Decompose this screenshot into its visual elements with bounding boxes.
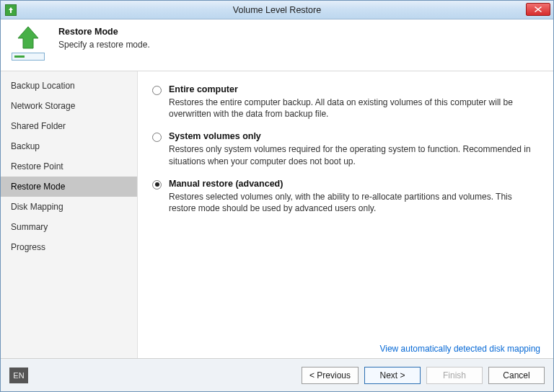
language-indicator[interactable]: EN [9,368,28,383]
option-entire-computer[interactable]: Entire computer Restores the entire comp… [152,84,539,120]
radio-system-volumes[interactable] [152,133,162,142]
titlebar: Volume Level Restore [1,1,553,19]
main-panel: Entire computer Restores the entire comp… [138,71,553,358]
cancel-button[interactable]: Cancel [488,367,545,384]
header-icon [6,24,50,61]
view-disk-mapping-link[interactable]: View automatically detected disk mapping [379,344,540,354]
window-title: Volume Level Restore [1,5,553,15]
option-title: Manual restore (advanced) [169,179,539,189]
option-manual-restore[interactable]: Manual restore (advanced) Restores selec… [152,179,539,214]
sidebar-item-restore-point[interactable]: Restore Point [1,156,137,177]
sidebar-item-progress[interactable]: Progress [1,237,137,257]
wizard-body: Backup Location Network Storage Shared F… [1,71,553,358]
close-button[interactable] [526,3,550,16]
footer: EN < Previous Next > Finish Cancel [1,358,553,391]
sidebar: Backup Location Network Storage Shared F… [1,71,138,358]
header-subtitle: Specify a restore mode. [58,40,150,50]
next-button[interactable]: Next > [364,367,421,384]
option-desc: Restores the entire computer backup. All… [169,97,539,120]
restore-arrow-icon [14,25,43,50]
option-title: Entire computer [169,84,539,94]
option-desc: Restores selected volumes only, with the… [169,191,539,214]
previous-button[interactable]: < Previous [302,367,359,384]
option-system-volumes[interactable]: System volumes only Restores only system… [152,131,539,166]
finish-button: Finish [426,367,483,384]
wizard-header: Restore Mode Specify a restore mode. [1,19,553,71]
close-icon [535,6,542,12]
sidebar-item-backup-location[interactable]: Backup Location [1,76,137,96]
sidebar-item-shared-folder[interactable]: Shared Folder [1,116,137,136]
option-title: System volumes only [169,131,539,141]
window: Volume Level Restore Restore Mode Specif… [0,0,554,392]
sidebar-item-network-storage[interactable]: Network Storage [1,96,137,116]
disk-bar-icon [12,53,45,61]
sidebar-item-backup[interactable]: Backup [1,136,137,156]
radio-entire-computer[interactable] [152,86,162,95]
option-desc: Restores only system volumes required fo… [169,143,539,166]
radio-manual-restore[interactable] [152,180,162,190]
sidebar-item-restore-mode[interactable]: Restore Mode [1,177,137,197]
sidebar-item-disk-mapping[interactable]: Disk Mapping [1,197,137,217]
sidebar-item-summary[interactable]: Summary [1,217,137,237]
header-title: Restore Mode [58,27,150,37]
